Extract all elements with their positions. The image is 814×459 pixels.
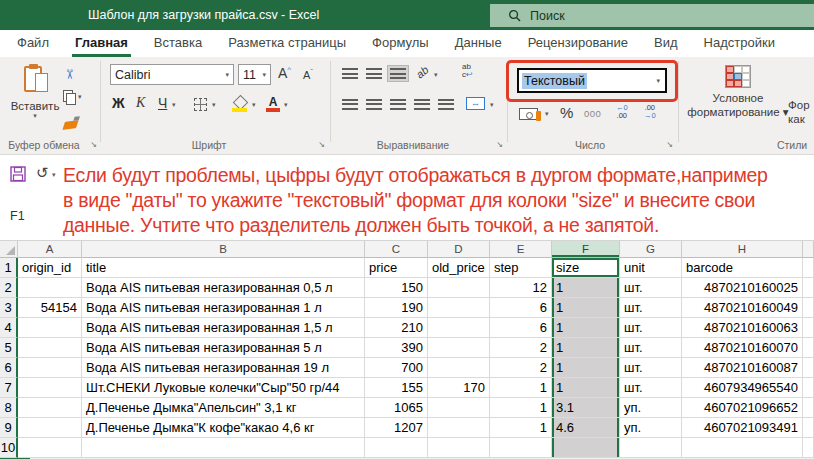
- cell[interactable]: 4607021093491: [682, 418, 803, 438]
- bold-button[interactable]: Ж: [112, 95, 125, 111]
- alignment-dialog-launcher[interactable]: [494, 139, 505, 150]
- row-header[interactable]: 4: [0, 318, 18, 338]
- cell[interactable]: 390: [365, 338, 428, 358]
- cell[interactable]: 155: [365, 378, 428, 398]
- cell[interactable]: [365, 438, 428, 458]
- cell[interactable]: [428, 318, 490, 338]
- cell[interactable]: [18, 438, 82, 458]
- cell[interactable]: 4870210160049: [682, 298, 803, 318]
- row-header[interactable]: 2: [0, 278, 18, 298]
- accounting-format-button[interactable]: [519, 108, 538, 120]
- cell[interactable]: 1: [552, 318, 620, 338]
- cell[interactable]: old_price: [428, 258, 490, 278]
- cell[interactable]: 1065: [365, 398, 428, 418]
- cell[interactable]: 210: [365, 318, 428, 338]
- row-header[interactable]: 6: [0, 358, 18, 378]
- cell[interactable]: [803, 418, 814, 438]
- cell[interactable]: barcode: [682, 258, 803, 278]
- select-all-corner[interactable]: [0, 241, 18, 258]
- row-header[interactable]: 5: [0, 338, 18, 358]
- cell[interactable]: step: [490, 258, 552, 278]
- cell[interactable]: 6: [490, 318, 552, 338]
- cell[interactable]: 4870210160087: [682, 358, 803, 378]
- cell[interactable]: [18, 278, 82, 298]
- align-center-button[interactable]: [366, 99, 382, 110]
- conditional-formatting-button[interactable]: Условное форматирование ▾: [682, 62, 794, 119]
- cell[interactable]: Вода AIS питьевая негазированная 1 л: [82, 298, 365, 318]
- cell[interactable]: [803, 278, 814, 298]
- ribbon-tab[interactable]: Вид: [641, 30, 691, 57]
- borders-button[interactable]: [194, 98, 207, 111]
- row-header[interactable]: 1: [0, 258, 18, 278]
- ribbon-tab[interactable]: Главная: [62, 30, 141, 57]
- cell[interactable]: 2: [490, 338, 552, 358]
- cell[interactable]: unit: [620, 258, 682, 278]
- ribbon-tab[interactable]: Разметка страницы: [215, 30, 359, 57]
- cell[interactable]: [803, 398, 814, 418]
- save-button[interactable]: [10, 166, 26, 182]
- cell[interactable]: 4870210160025: [682, 278, 803, 298]
- cell[interactable]: [803, 358, 814, 378]
- cell[interactable]: Вода AIS питьевая негазированная 5 л: [82, 338, 365, 358]
- cell[interactable]: 1: [552, 338, 620, 358]
- cell[interactable]: шт.: [620, 298, 682, 318]
- cell[interactable]: Д.Печенье Дымка"К кофе"какао 4,6 кг: [82, 418, 365, 438]
- cell[interactable]: [803, 338, 814, 358]
- cut-button[interactable]: [62, 69, 77, 80]
- column-header[interactable]: H: [682, 241, 803, 258]
- cell[interactable]: [490, 438, 552, 458]
- format-as-table-button[interactable]: Фор как: [788, 98, 814, 126]
- column-header[interactable]: D: [428, 241, 490, 258]
- italic-button[interactable]: К: [136, 95, 145, 111]
- cell[interactable]: 4607021096652: [682, 398, 803, 418]
- undo-caret-icon[interactable]: [52, 171, 56, 179]
- cell[interactable]: Вода AIS питьевая негазированная 19 л: [82, 358, 365, 378]
- align-right-button[interactable]: [390, 99, 406, 110]
- decrease-indent-button[interactable]: [414, 99, 430, 110]
- cell[interactable]: Шт.СНЕКИ Луковые колечки"Сыр"50 гр/44: [82, 378, 365, 398]
- cell[interactable]: шт.: [620, 358, 682, 378]
- row-header[interactable]: 10: [0, 438, 18, 458]
- cell[interactable]: [428, 338, 490, 358]
- clipboard-dialog-launcher[interactable]: [88, 139, 99, 150]
- cell[interactable]: [18, 398, 82, 418]
- column-header[interactable]: F: [552, 241, 620, 258]
- paste-button[interactable]: Вставить: [8, 62, 62, 142]
- cell[interactable]: шт.: [620, 378, 682, 398]
- row-header[interactable]: 3: [0, 298, 18, 318]
- ribbon-tab[interactable]: Данные: [442, 30, 515, 57]
- cell[interactable]: [803, 298, 814, 318]
- cell[interactable]: 150: [365, 278, 428, 298]
- column-header[interactable]: B: [82, 241, 365, 258]
- cell[interactable]: 190: [365, 298, 428, 318]
- ribbon-tab[interactable]: Формулы: [359, 30, 442, 57]
- cell[interactable]: [803, 438, 814, 458]
- cell[interactable]: 4870210160063: [682, 318, 803, 338]
- cell[interactable]: уп.: [620, 398, 682, 418]
- cell[interactable]: [682, 438, 803, 458]
- cell[interactable]: [18, 378, 82, 398]
- fill-color-caret-icon[interactable]: [252, 101, 256, 109]
- cell[interactable]: title: [82, 258, 365, 278]
- font-dialog-launcher[interactable]: [316, 139, 327, 150]
- cell[interactable]: 1: [490, 378, 552, 398]
- search-box[interactable]: Поиск: [490, 4, 814, 27]
- shrink-font-button[interactable]: Аˇ: [303, 67, 313, 81]
- column-header[interactable]: C: [365, 241, 428, 258]
- cell[interactable]: [18, 338, 82, 358]
- ribbon-tab[interactable]: Вставка: [141, 30, 215, 57]
- cell[interactable]: 700: [365, 358, 428, 378]
- cell[interactable]: [803, 258, 814, 278]
- cell[interactable]: 2: [490, 358, 552, 378]
- cell[interactable]: 12: [490, 278, 552, 298]
- orientation-button[interactable]: ab: [414, 63, 431, 80]
- merge-center-caret-icon[interactable]: [490, 101, 494, 109]
- cell[interactable]: 170: [428, 378, 490, 398]
- cell[interactable]: origin_id: [18, 258, 82, 278]
- cell[interactable]: 4.6: [552, 418, 620, 438]
- increase-decimal-button[interactable]: ←0.00: [616, 104, 628, 120]
- align-left-button[interactable]: [342, 99, 358, 110]
- row-header[interactable]: 9: [0, 418, 18, 438]
- merge-center-button[interactable]: [466, 97, 485, 110]
- name-box[interactable]: F1: [10, 209, 25, 223]
